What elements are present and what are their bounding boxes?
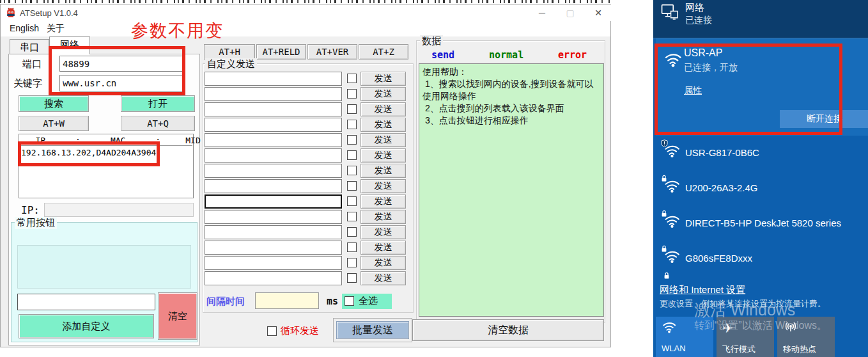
select-all-wrap: 全选: [342, 294, 392, 309]
custom-name-input[interactable]: [17, 294, 155, 310]
custom-send-group-label: 自定义发送: [205, 58, 257, 70]
network-ssid: U200-26A3-2.4G: [685, 182, 757, 193]
custom-send-input-6[interactable]: [205, 148, 342, 163]
open-button[interactable]: 打开: [121, 95, 195, 112]
ms-label: ms: [327, 296, 338, 307]
custom-send-checkbox-2[interactable]: [347, 89, 357, 99]
custom-send-checkbox-13[interactable]: [347, 258, 357, 267]
add-custom-button[interactable]: 添加自定义: [19, 314, 154, 338]
custom-send-checkbox-5[interactable]: [347, 135, 357, 145]
network-item-2[interactable]: U200-26A3-2.4G: [656, 172, 868, 205]
custom-send-checkbox-11[interactable]: [347, 227, 357, 237]
custom-send-input-1[interactable]: [205, 72, 342, 86]
network-settings-link[interactable]: 网络和 Internet 设置: [660, 284, 745, 296]
ethernet-name: 网络: [685, 2, 704, 14]
keyword-input[interactable]: [59, 75, 185, 91]
data-display-area[interactable]: 使用帮助： 1、搜索以找到网内的设备,搜到设备就可以使用网络操作 2、点击搜到的…: [419, 63, 604, 317]
ip-field[interactable]: [44, 203, 194, 217]
send-button-3[interactable]: 发送: [360, 102, 406, 116]
custom-send-checkbox-6[interactable]: [347, 150, 357, 160]
wlan-tile[interactable]: WLAN: [656, 317, 713, 357]
send-button-6[interactable]: 发送: [360, 148, 406, 163]
menu-english[interactable]: English: [10, 23, 39, 33]
properties-link[interactable]: 属性: [684, 85, 702, 97]
network-settings-desc: 更改设置，例如将某连接设置为按流量计费。: [660, 298, 826, 310]
minimize-button[interactable]: ─: [528, 4, 556, 21]
custom-send-checkbox-10[interactable]: [347, 212, 357, 221]
custom-send-checkbox-3[interactable]: [347, 104, 357, 114]
custom-send-input-9[interactable]: [205, 194, 342, 209]
atver-button[interactable]: AT+VER: [307, 44, 357, 60]
custom-send-checkbox-8[interactable]: [347, 181, 357, 191]
window-title: ATSetup V1.0.4: [20, 8, 78, 18]
loop-send-checkbox[interactable]: [267, 326, 277, 336]
custom-send-checkbox-12[interactable]: [347, 242, 357, 252]
list-header-divider: [20, 145, 192, 146]
custom-send-input-2[interactable]: [205, 87, 342, 101]
wlan-tile-label: WLAN: [662, 344, 686, 353]
send-button-14[interactable]: 发送: [360, 271, 406, 285]
disconnect-button[interactable]: 断开连接: [780, 110, 868, 128]
port-input[interactable]: [59, 56, 185, 72]
custom-send-input-14[interactable]: [205, 271, 342, 285]
custom-send-checkbox-7[interactable]: [347, 166, 357, 175]
menu-about[interactable]: 关于: [47, 23, 65, 35]
batch-send-button[interactable]: 批量发送: [336, 321, 409, 339]
ath-button[interactable]: AT+H: [204, 44, 255, 60]
send-button-10[interactable]: 发送: [360, 210, 406, 224]
search-button[interactable]: 搜索: [19, 95, 89, 112]
atreld-button[interactable]: AT+RELD: [256, 44, 306, 60]
custom-send-input-12[interactable]: [205, 241, 342, 255]
interval-input[interactable]: [255, 292, 319, 309]
send-button-13[interactable]: 发送: [360, 256, 406, 270]
network-item-4[interactable]: G806sFE8Dxxx: [656, 242, 868, 276]
select-all-checkbox[interactable]: [345, 296, 354, 306]
mobile-hotspot-tile[interactable]: 移动热点: [777, 317, 835, 357]
send-button-12[interactable]: 发送: [360, 241, 406, 255]
network-flyout: 网络 已连接 USR-AP 已连接，开放 属性 断开连接: [653, 0, 868, 357]
atq-button[interactable]: AT+Q: [121, 116, 195, 131]
wifi-icon: [663, 51, 683, 70]
common-buttons-area: [17, 245, 191, 289]
send-button-4[interactable]: 发送: [360, 118, 406, 132]
network-item-3[interactable]: DIRECT-B5-HP DeskJet 5820 series: [656, 207, 868, 241]
interval-label: 间隔时间: [206, 296, 245, 308]
custom-send-input-8[interactable]: [205, 179, 342, 193]
custom-send-input-7[interactable]: [205, 164, 342, 178]
custom-send-checkbox-4[interactable]: [347, 120, 357, 129]
custom-send-input-3[interactable]: [205, 102, 342, 116]
send-button-5[interactable]: 发送: [360, 133, 406, 147]
loop-send-label: 循环发送: [281, 325, 319, 337]
custom-send-checkbox-1[interactable]: [347, 74, 357, 83]
send-button-8[interactable]: 发送: [360, 179, 406, 193]
custom-send-input-13[interactable]: [205, 256, 342, 270]
send-button-11[interactable]: 发送: [360, 225, 406, 239]
custom-send-input-11[interactable]: [205, 225, 342, 239]
tab-serial[interactable]: 串口: [10, 39, 49, 54]
alert-badge-icon: [661, 138, 668, 150]
ethernet-section[interactable]: 网络 已连接: [653, 0, 868, 38]
custom-send-input-5[interactable]: [205, 133, 342, 147]
clear-data-button[interactable]: 清空数据: [412, 319, 604, 341]
network-item-1[interactable]: USR-G817-0B6C: [656, 137, 868, 170]
close-button[interactable]: ✕: [584, 4, 612, 21]
custom-send-input-4[interactable]: [205, 118, 342, 132]
device-list-entry[interactable]: 192.168.13.202,D4AD204A3904,: [21, 148, 161, 157]
atw-button[interactable]: AT+W: [19, 116, 89, 131]
tab-network[interactable]: 网络: [49, 36, 90, 54]
send-button-9[interactable]: 发送: [360, 194, 406, 209]
maximize-button[interactable]: ▢: [556, 4, 584, 21]
airplane-mode-tile[interactable]: ✈ 飞行模式: [717, 317, 774, 357]
send-button-7[interactable]: 发送: [360, 164, 406, 178]
airplane-tile-label: 飞行模式: [722, 344, 756, 355]
send-button-2[interactable]: 发送: [360, 87, 406, 101]
custom-send-input-10[interactable]: [205, 210, 342, 224]
legend-normal: normal: [489, 49, 523, 61]
clear-button[interactable]: 清空: [158, 292, 198, 340]
atz-button[interactable]: AT+Z: [359, 44, 408, 60]
send-button-1[interactable]: 发送: [360, 72, 406, 86]
custom-send-checkbox-14[interactable]: [347, 273, 357, 283]
custom-send-checkbox-9[interactable]: [347, 196, 357, 206]
device-listbox[interactable]: IP : MAC : MID : VER 192.168.13.202,D4AD…: [19, 134, 194, 198]
connected-network-item[interactable]: USR-AP 已连接，开放 属性 断开连接: [656, 38, 868, 136]
